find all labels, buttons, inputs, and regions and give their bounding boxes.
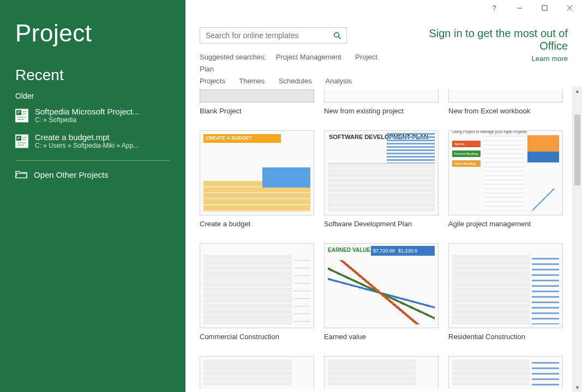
template-thumb xyxy=(448,243,563,328)
recent-item-path: C: » Softpedia xyxy=(35,116,140,124)
template-tile[interactable] xyxy=(324,356,439,389)
app-brand: Project xyxy=(15,20,170,47)
template-caption: Commercial Construction xyxy=(200,333,314,341)
template-search[interactable] xyxy=(200,27,347,44)
svg-rect-15 xyxy=(542,5,547,10)
template-thumb xyxy=(200,243,314,328)
thumb-value: $7,720.00 xyxy=(373,248,395,254)
template-tile[interactable]: EARNED VALUE $7,720.00$1,230.0 Earned va… xyxy=(324,243,439,341)
recent-heading: Recent xyxy=(15,67,170,84)
recent-item[interactable]: P Softpedia Microsoft Project... C: » So… xyxy=(15,104,170,129)
search-icon xyxy=(333,32,341,40)
close-button[interactable] xyxy=(557,0,582,15)
project-file-icon: P xyxy=(15,108,28,123)
template-caption: Create a budget xyxy=(200,220,314,228)
template-thumb xyxy=(200,356,314,389)
template-caption: Residential Construction xyxy=(448,333,563,341)
learn-more-link[interactable]: Learn more xyxy=(532,55,568,63)
maximize-icon xyxy=(542,5,548,11)
scroll-down-button[interactable]: ▼ xyxy=(573,383,582,392)
scrollbar[interactable]: ▲ ▼ xyxy=(572,86,582,392)
template-tile-blank[interactable]: Blank Project xyxy=(200,89,314,115)
template-caption: Blank Project xyxy=(200,107,314,115)
template-tile[interactable]: New from existing project xyxy=(324,89,439,115)
template-thumb xyxy=(448,356,563,389)
search-input[interactable] xyxy=(200,31,328,40)
thumb-title: EARNED VALUE xyxy=(328,247,370,253)
thumb-title: Using Project to Manage your Agile Proje… xyxy=(452,130,527,134)
template-tile[interactable] xyxy=(448,356,563,389)
thumb-chip: Product Backlog xyxy=(452,150,481,157)
window-controls: ? xyxy=(482,0,582,15)
template-tile[interactable]: Commercial Construction xyxy=(200,243,314,341)
template-tile[interactable]: SOFTWARE DEVELOPMENT PLAN Software Devel… xyxy=(324,130,439,228)
template-caption: New from existing project xyxy=(324,107,439,115)
search-go-button[interactable] xyxy=(328,28,346,43)
svg-line-19 xyxy=(338,37,340,39)
close-icon xyxy=(567,5,573,11)
help-button[interactable]: ? xyxy=(482,0,507,15)
svg-rect-3 xyxy=(22,111,27,112)
svg-rect-11 xyxy=(22,139,26,140)
open-other-label: Open Other Projects xyxy=(34,170,109,179)
template-tile[interactable] xyxy=(200,356,314,389)
recent-item-name: Create a budget.mpt xyxy=(35,132,139,142)
suggested-link[interactable]: Project Management xyxy=(276,53,341,61)
template-caption: Agile project management xyxy=(448,220,563,228)
template-caption: Earned value xyxy=(324,333,439,341)
divider xyxy=(15,160,170,161)
template-thumb xyxy=(324,89,439,102)
recent-item[interactable]: P Create a budget.mpt C: » Users » Softp… xyxy=(15,129,170,155)
scrollbar-thumb[interactable] xyxy=(574,114,580,185)
template-tile[interactable]: New from Excel workbook xyxy=(448,89,563,115)
recent-item-name: Softpedia Microsoft Project... xyxy=(35,107,140,116)
template-thumb: Using Project to Manage your Agile Proje… xyxy=(448,130,563,215)
svg-rect-6 xyxy=(17,119,24,120)
template-thumb xyxy=(324,356,439,389)
svg-rect-12 xyxy=(17,142,26,143)
svg-rect-5 xyxy=(17,117,26,118)
main-panel: ? Suggested searches: Project Management… xyxy=(185,0,582,392)
svg-text:P: P xyxy=(17,136,20,140)
svg-rect-4 xyxy=(22,113,26,114)
svg-rect-13 xyxy=(17,144,24,146)
thumb-value: $1,230.0 xyxy=(398,248,417,254)
minimize-button[interactable] xyxy=(507,0,532,15)
older-label: Older xyxy=(15,92,170,100)
suggested-link[interactable]: Schedules xyxy=(279,77,312,85)
template-thumb xyxy=(448,89,563,102)
template-thumb xyxy=(200,89,314,102)
template-thumb: EARNED VALUE $7,720.00$1,230.0 xyxy=(324,243,439,328)
template-tile[interactable]: CREATE A BUDGET Create a budget xyxy=(200,130,314,228)
template-tile[interactable]: Residential Construction xyxy=(448,243,563,341)
maximize-button[interactable] xyxy=(532,0,557,15)
minimize-icon xyxy=(517,5,523,11)
template-gallery: Blank Project New from existing project … xyxy=(200,86,570,392)
thumb-title: CREATE A BUDGET xyxy=(203,134,281,143)
thumb-chip: Sprints xyxy=(452,141,481,147)
scroll-up-button[interactable]: ▲ xyxy=(573,86,582,95)
open-other-projects[interactable]: Open Other Projects xyxy=(15,170,170,179)
svg-point-18 xyxy=(334,32,338,37)
template-tile[interactable]: Using Project to Manage your Agile Proje… xyxy=(448,130,563,228)
template-thumb: SOFTWARE DEVELOPMENT PLAN xyxy=(324,130,439,215)
template-caption: Software Development Plan xyxy=(324,220,439,228)
svg-rect-10 xyxy=(22,137,27,138)
svg-text:P: P xyxy=(17,111,20,114)
template-thumb: CREATE A BUDGET xyxy=(200,130,314,215)
sidebar: Project Recent Older P Softpedia Microso… xyxy=(0,0,185,392)
thumb-chip: Sprint Backlog xyxy=(452,160,481,167)
suggested-label: Suggested searches: xyxy=(200,53,266,61)
template-caption: New from Excel workbook xyxy=(448,107,563,115)
recent-item-path: C: » Users » Softpedia-Miki » App... xyxy=(35,142,139,149)
folder-open-icon xyxy=(15,170,27,179)
signin-prompt[interactable]: Sign in to get the most out of Office xyxy=(401,27,568,52)
project-file-icon: P xyxy=(15,134,28,149)
suggested-link[interactable]: Analysis xyxy=(326,77,352,85)
suggested-link[interactable]: Themes xyxy=(239,77,265,85)
suggested-link[interactable]: Projects xyxy=(200,77,225,85)
